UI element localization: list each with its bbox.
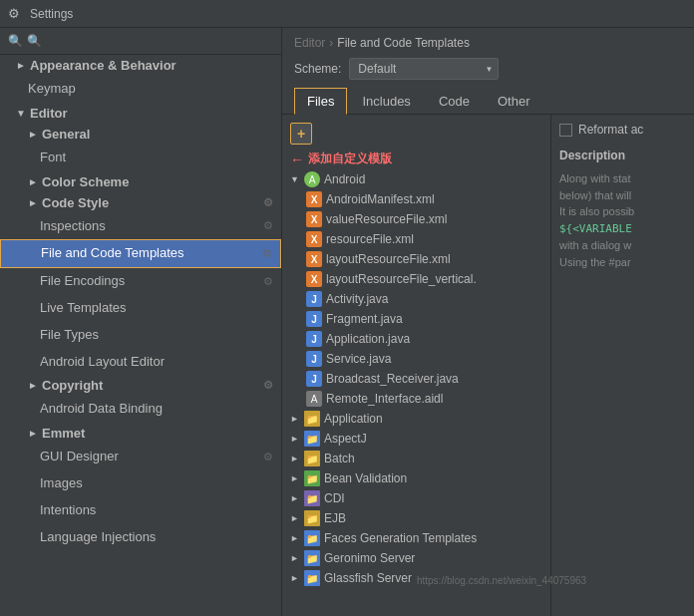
file-tree-panel: + ← 添加自定义模版 ▼ A Android X AndroidManifes… (282, 115, 551, 616)
tab-files[interactable]: Files (294, 88, 347, 115)
sidebar-item-editor[interactable]: Editor (0, 103, 281, 124)
tab-includes[interactable]: Includes (349, 88, 423, 114)
sidebar-item-colorscheme[interactable]: Color Scheme (0, 171, 281, 192)
tree-arrow-icon: ► (290, 493, 302, 503)
sidebar-item-livetemplates[interactable]: Live Templates (0, 295, 281, 322)
arrow-down-icon (16, 108, 26, 119)
sidebar-item-copyright[interactable]: Copyright ⚙ (0, 375, 281, 396)
tree-item-glassfish[interactable]: ► 📁 Glassfish Server (282, 568, 550, 588)
tree-item-activity[interactable]: J Activity.java (282, 289, 550, 309)
add-template-button[interactable]: + (290, 123, 312, 145)
gear-icon: ⚙ (263, 379, 273, 392)
scheme-dropdown-wrap: Default Project (349, 58, 499, 80)
title-bar: ⚙ Settings (0, 0, 694, 28)
sidebar-item-languageinjections[interactable]: Language Injections (0, 524, 281, 551)
sidebar-item-androidlayout[interactable]: Android Layout Editor (0, 349, 281, 376)
tree-item-resourcefile[interactable]: X resourceFile.xml (282, 229, 550, 249)
sidebar-item-emmet[interactable]: Emmet (0, 423, 281, 444)
sidebar-item-codestyle[interactable]: Code Style ⚙ (0, 192, 281, 213)
scheme-dropdown[interactable]: Default Project (349, 58, 499, 80)
tab-other[interactable]: Other (485, 88, 543, 114)
breadcrumb-current: File and Code Templates (337, 36, 470, 50)
tree-item-cdi[interactable]: ► 📁 CDI (282, 488, 550, 508)
sidebar-item-guidesigner[interactable]: GUI Designer ⚙ (0, 444, 281, 470)
folder-icon: 📁 (304, 431, 320, 447)
tree-item-app-group[interactable]: ► 📁 Application (282, 409, 550, 429)
tree-arrow-icon: ► (290, 473, 302, 483)
tree-arrow-icon: ▼ (290, 174, 302, 184)
description-label: Description (559, 149, 686, 162)
arrow-icon (28, 380, 38, 391)
tree-arrow-icon: ► (290, 573, 302, 583)
tree-item-ejb[interactable]: ► 📁 EJB (282, 508, 550, 528)
settings-icon: ⚙ (8, 6, 24, 22)
sidebar: 🔍 Appearance & Behavior Keymap Editor Ge… (0, 28, 282, 616)
tree-arrow-icon: ► (290, 513, 302, 523)
tree-item-fragment[interactable]: J Fragment.java (282, 309, 550, 329)
arrow-icon (28, 176, 38, 187)
gear-icon: ⚙ (262, 245, 272, 263)
java-icon: J (306, 311, 322, 327)
breadcrumb-parent: Editor (294, 36, 325, 50)
sidebar-item-font[interactable]: Font (0, 145, 281, 171)
xml-icon: X (306, 251, 322, 267)
tree-item-application[interactable]: J Application.java (282, 329, 550, 349)
tree-item-beanvalidation[interactable]: ► 📁 Bean Validation (282, 468, 550, 488)
desc-panel: Reformat ac Description Along with stat … (551, 115, 694, 616)
tree-item-aspectj[interactable]: ► 📁 AspectJ (282, 429, 550, 449)
tree-arrow-icon: ► (290, 454, 302, 463)
annotation-area: ← 添加自定义模版 (282, 149, 550, 169)
tree-item-remote[interactable]: A Remote_Interface.aidl (282, 389, 550, 409)
breadcrumb: Editor › File and Code Templates (282, 28, 694, 54)
sidebar-item-fileencodings[interactable]: File Encodings ⚙ (0, 268, 281, 295)
aidl-icon: A (306, 391, 322, 407)
folder-icon: 📁 (304, 411, 320, 427)
arrow-annotation-icon: ← (290, 152, 304, 167)
tree-item-batch[interactable]: ► 📁 Batch (282, 449, 550, 468)
arrow-icon (28, 428, 38, 439)
tree-item-geronimo[interactable]: ► 📁 Geronimo Server (282, 548, 550, 568)
breadcrumb-separator: › (329, 36, 333, 50)
folder-icon: 📁 (304, 510, 320, 526)
tree-item-androidmanifest[interactable]: X AndroidManifest.xml (282, 189, 550, 209)
tree-item-layoutresource-v[interactable]: X layoutResourceFile_vertical. (282, 269, 550, 289)
sidebar-item-androidbinding[interactable]: Android Data Binding (0, 396, 281, 423)
sidebar-item-images[interactable]: Images (0, 470, 281, 497)
tree-item-layoutresource[interactable]: X layoutResourceFile.xml (282, 249, 550, 269)
sidebar-item-fileandcode[interactable]: File and Code Templates ⚙ (0, 239, 281, 268)
tree-item-valueresource[interactable]: X valueResourceFile.xml (282, 209, 550, 229)
java-icon: J (306, 331, 322, 347)
folder-icon: 📁 (304, 470, 320, 486)
xml-icon: X (306, 231, 322, 247)
tree-arrow-icon: ► (290, 414, 302, 424)
sidebar-item-intentions[interactable]: Intentions (0, 497, 281, 524)
java-icon: J (306, 291, 322, 307)
folder-icon: 📁 (304, 490, 320, 506)
tree-item-broadcast[interactable]: J Broadcast_Receiver.java (282, 369, 550, 389)
sidebar-item-filetypes[interactable]: File Types (0, 322, 281, 349)
tree-arrow-icon: ► (290, 553, 302, 563)
main-container: 🔍 Appearance & Behavior Keymap Editor Ge… (0, 28, 694, 616)
tree-arrow-icon: ► (290, 533, 302, 543)
android-icon: A (304, 171, 320, 187)
tree-item-facesgen[interactable]: ► 📁 Faces Generation Templates (282, 528, 550, 548)
reformat-row: Reformat ac (559, 123, 686, 137)
search-input[interactable] (27, 34, 273, 48)
tree-item-service[interactable]: J Service.java (282, 349, 550, 369)
search-icon: 🔍 (8, 34, 23, 48)
sidebar-item-inspections[interactable]: Inspections ⚙ (0, 213, 281, 240)
java-icon: J (306, 371, 322, 387)
tree-item-android[interactable]: ▼ A Android (282, 169, 550, 189)
folder-icon: 📁 (304, 550, 320, 566)
folder-icon: 📁 (304, 530, 320, 546)
scheme-label: Scheme: (294, 62, 341, 76)
sidebar-item-general[interactable]: General (0, 124, 281, 145)
arrow-icon (28, 197, 38, 208)
sidebar-item-appearance[interactable]: Appearance & Behavior (0, 55, 281, 76)
xml-icon: X (306, 191, 322, 207)
reformat-checkbox[interactable] (559, 124, 572, 137)
sidebar-item-keymap[interactable]: Keymap (0, 76, 281, 103)
right-panel: Editor › File and Code Templates Scheme:… (282, 28, 694, 616)
tab-code[interactable]: Code (426, 88, 483, 114)
annotation-text: 添加自定义模版 (308, 151, 392, 167)
